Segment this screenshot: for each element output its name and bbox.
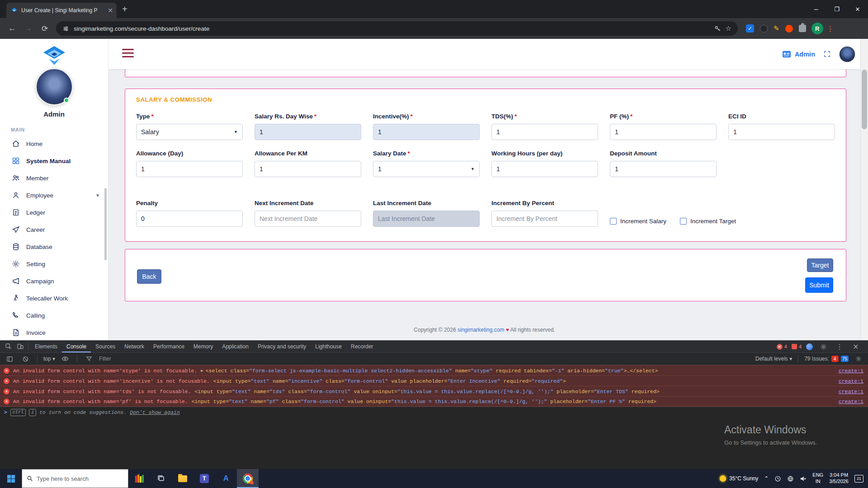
taskbar-file-explorer[interactable] — [172, 469, 193, 488]
clear-console-icon[interactable] — [19, 353, 31, 365]
devtools-tab-memory[interactable]: Memory — [189, 341, 217, 352]
devtools-tab-network[interactable]: Network — [120, 341, 149, 352]
sidebar-item-setting[interactable]: Setting — [0, 255, 108, 272]
expand-arrow-icon[interactable]: ▶ — [201, 368, 203, 373]
console-source-link[interactable]: create:1 — [831, 399, 868, 404]
dismiss-suggestion-link[interactable]: Don't show again — [130, 409, 179, 415]
forward-button[interactable]: → — [21, 21, 36, 36]
devtools-close-icon[interactable]: ✕ — [850, 341, 862, 352]
inspect-element-icon[interactable] — [3, 341, 14, 352]
devtools-tab-elements[interactable]: Elements — [30, 341, 62, 352]
allowance-day-input[interactable] — [136, 161, 243, 177]
back-button-form[interactable]: Back — [137, 269, 161, 284]
sidebar-item-invoice[interactable]: Invoice — [0, 324, 108, 340]
app-logo-icon[interactable] — [41, 45, 68, 66]
filter-funnel-icon[interactable] — [83, 353, 95, 365]
tab-close-icon[interactable]: ✕ — [108, 7, 113, 14]
device-toolbar-icon[interactable] — [14, 341, 26, 352]
start-button[interactable] — [0, 469, 22, 488]
allowance-per-km-input[interactable] — [255, 161, 361, 177]
new-tab-button[interactable]: + — [122, 4, 127, 14]
clock-widget[interactable]: 3:04 PM3/5/2026 — [829, 472, 849, 485]
submit-button[interactable]: Submit — [805, 277, 833, 293]
devtools-tab-console[interactable]: Console — [62, 341, 91, 352]
tray-clock-icon[interactable] — [774, 475, 781, 482]
footer-link[interactable]: singimarketing.com — [458, 327, 504, 333]
browser-tab[interactable]: User Create | Singi Marketing P ✕ — [6, 3, 117, 18]
site-controls-icon[interactable] — [62, 25, 69, 32]
next-increment-date-input[interactable] — [255, 211, 361, 227]
tray-overflow-chevron[interactable]: ⌃ — [764, 475, 769, 482]
extension-check-icon[interactable]: ✓ — [746, 24, 754, 33]
fullscreen-icon[interactable] — [823, 50, 831, 58]
sidebar-item-campaign[interactable]: Campaign — [0, 272, 108, 290]
tray-speaker-muted-icon[interactable] — [800, 475, 807, 482]
devtools-issue-count[interactable]: 4 — [792, 344, 802, 349]
issues-counter[interactable]: 79 Issues: 4 75 — [804, 356, 849, 362]
sidebar-item-system-manual[interactable]: System Manual — [0, 152, 108, 169]
console-context-selector[interactable]: top ▾ — [43, 356, 55, 362]
devtools-error-count[interactable]: ✕ 4 — [777, 344, 787, 350]
window-maximize-button[interactable]: ❐ — [826, 0, 847, 18]
extensions-puzzle-icon[interactable] — [799, 25, 806, 32]
address-bar[interactable]: singimarketing.com/secure-dashboard/user… — [56, 21, 738, 36]
console-settings-icon[interactable] — [853, 353, 864, 365]
sidebar-item-ledger[interactable]: Ledger — [0, 204, 108, 221]
browser-profile-avatar[interactable]: R — [811, 23, 823, 34]
sidebar-item-database[interactable]: Database — [0, 238, 108, 255]
increment-target-checkbox[interactable]: Increment Target — [680, 218, 736, 225]
increment-by-percent-input[interactable] — [491, 211, 598, 227]
salary-date-select[interactable]: 1 ▼ — [373, 161, 480, 177]
taskbar-app-a[interactable]: A — [215, 469, 237, 488]
working-hours-input[interactable] — [491, 161, 598, 177]
penalty-input[interactable] — [136, 211, 243, 227]
admin-menu-button[interactable]: Admin — [782, 50, 815, 58]
sidebar-item-member[interactable]: Member — [0, 169, 108, 187]
password-key-icon[interactable] — [714, 25, 721, 32]
incentive-input[interactable] — [373, 124, 480, 140]
sidebar-item-telecaller-work[interactable]: Telecaller Work — [0, 290, 108, 307]
weather-widget[interactable]: 35°C Sunny — [720, 475, 758, 482]
checkbox-icon[interactable] — [610, 218, 617, 225]
increment-salary-checkbox[interactable]: Increment Salary — [610, 218, 666, 225]
back-button[interactable]: ← — [5, 21, 20, 36]
type-select[interactable]: Salary ▼ — [136, 124, 243, 140]
console-source-link[interactable]: create:1 — [831, 389, 868, 394]
extension-pencil-icon[interactable]: ✎ — [774, 24, 779, 33]
ai-assistance-icon[interactable] — [806, 343, 813, 350]
devtools-tab-privacy-and-security[interactable]: Privacy and security — [253, 341, 311, 352]
pf-input[interactable] — [610, 124, 717, 140]
deposit-amount-input[interactable] — [610, 161, 717, 177]
extension-orange-icon[interactable] — [785, 25, 793, 33]
sidebar-item-career[interactable]: Career — [0, 221, 108, 238]
log-levels-selector[interactable]: Default levels ▾ — [755, 356, 792, 362]
taskbar-chrome[interactable] — [237, 469, 259, 488]
devtools-tab-lighthouse[interactable]: Lighthouse — [311, 341, 346, 352]
taskbar-library-app[interactable] — [128, 469, 150, 488]
devtools-tab-sources[interactable]: Sources — [91, 341, 120, 352]
eye-icon[interactable] — [59, 353, 71, 365]
devtools-tab-performance[interactable]: Performance — [149, 341, 189, 352]
taskbar-search[interactable]: Type here to search — [22, 469, 128, 488]
sidebar-scrollbar[interactable] — [104, 188, 107, 260]
console-sidebar-icon[interactable] — [4, 353, 15, 365]
taskbar-teams[interactable]: T — [193, 469, 215, 488]
console-prompt-icon[interactable]: > — [4, 409, 7, 415]
action-center-icon[interactable]: 21 — [854, 475, 863, 483]
taskbar-task-view[interactable] — [150, 469, 172, 488]
browser-menu-icon[interactable]: ⋮ — [827, 24, 835, 33]
scrollbar-thumb[interactable] — [862, 70, 867, 129]
reload-button[interactable]: ⟳ — [37, 21, 52, 36]
language-indicator[interactable]: ENGIN — [812, 472, 823, 485]
window-close-button[interactable]: ✕ — [847, 0, 868, 18]
sidebar-item-employee[interactable]: Employee▼ — [0, 187, 108, 204]
console-filter-input[interactable] — [99, 356, 334, 362]
devtools-tab-recorder[interactable]: Recorder — [346, 341, 377, 352]
window-minimize-button[interactable]: ─ — [806, 0, 826, 18]
page-scrollbar[interactable] — [860, 39, 868, 340]
sidebar-item-calling[interactable]: Calling — [0, 307, 108, 324]
salary-day-wise-input[interactable] — [255, 124, 361, 140]
sidebar-item-home[interactable]: Home — [0, 135, 108, 152]
checkbox-icon[interactable] — [680, 218, 687, 225]
console-source-link[interactable]: create:1 — [831, 378, 868, 384]
